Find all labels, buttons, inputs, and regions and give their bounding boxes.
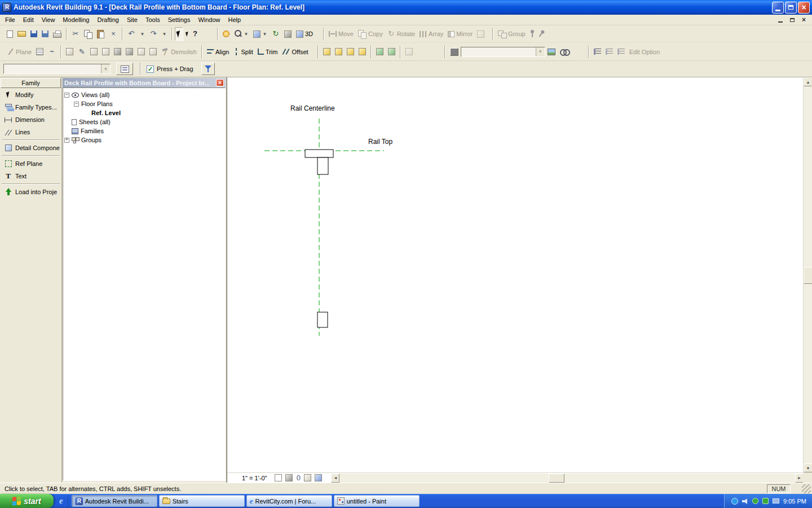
collapse-icon[interactable] <box>74 102 79 107</box>
undo-dropdown[interactable]: ▼ <box>138 27 147 41</box>
pin-button[interactable] <box>528 27 537 41</box>
filter-button[interactable] <box>201 63 215 75</box>
undo-button[interactable]: ↶ <box>125 27 138 41</box>
paint-tool-button[interactable] <box>403 45 415 59</box>
press-drag-checkbox[interactable] <box>147 65 154 73</box>
split-face-button[interactable] <box>386 45 398 59</box>
join-geometry-button[interactable] <box>88 45 100 59</box>
mdi-close-button[interactable] <box>799 16 809 24</box>
wall-joins-button[interactable] <box>321 45 333 59</box>
line-color-button[interactable] <box>448 45 461 59</box>
attach-button[interactable] <box>112 45 123 59</box>
scroll-right-button[interactable]: ► <box>795 474 804 483</box>
family-tool-dimension[interactable]: Dimension <box>0 113 61 126</box>
restore-button[interactable] <box>785 2 797 14</box>
pick-tool-button[interactable] <box>64 45 76 59</box>
align-button[interactable]: Align <box>205 45 231 59</box>
horizontal-scrollbar[interactable]: ◄ ► <box>331 474 804 483</box>
task-button-revit[interactable]: Autodesk Revit Buildi... <box>72 495 157 507</box>
scroll-up-button[interactable]: ▲ <box>804 77 812 86</box>
menu-file[interactable]: File <box>1 15 19 24</box>
zoom-button[interactable]: ▼ <box>232 27 251 41</box>
group-button[interactable]: Group <box>496 27 528 41</box>
save-button[interactable] <box>28 27 39 41</box>
combo-dropdown-button[interactable]: ▼ <box>536 47 545 56</box>
line-style-combobox[interactable]: ▼ <box>461 47 545 57</box>
menu-edit[interactable]: Edit <box>19 15 38 24</box>
redo-dropdown[interactable]: ▼ <box>160 27 169 41</box>
work-plane-button[interactable]: Plane <box>5 45 34 59</box>
family-tool-modify[interactable]: Modify <box>0 89 61 101</box>
mirror-button[interactable]: Mirror <box>445 27 475 41</box>
type-selector-dropdown[interactable]: ▼ <box>101 64 110 73</box>
scroll-down-button[interactable]: ▼ <box>804 463 812 472</box>
crop-region-icon[interactable] <box>304 474 311 481</box>
tree-item-ref-level[interactable]: Ref. Level <box>64 108 224 117</box>
detach-button[interactable] <box>123 45 135 59</box>
drawing-surface[interactable]: Rail Centerline Rail Top <box>227 77 804 472</box>
rail-cap-profile-rect[interactable] <box>305 150 333 157</box>
redo-button[interactable]: ↷ <box>147 27 160 41</box>
family-tab-header[interactable]: Family <box>1 78 61 88</box>
link-button[interactable] <box>558 45 571 59</box>
close-button[interactable] <box>798 2 810 14</box>
move-button[interactable]: Move <box>326 27 356 41</box>
family-tool-load-into-project[interactable]: Load into Proje <box>0 186 61 198</box>
bottom-board-profile-rect[interactable] <box>317 312 328 327</box>
menu-help[interactable]: Help <box>224 15 245 24</box>
family-tool-text[interactable]: Text <box>0 170 61 182</box>
menu-tools[interactable]: Tools <box>142 15 164 24</box>
expand-icon[interactable] <box>64 138 69 143</box>
new-file-button[interactable] <box>5 27 15 41</box>
tree-item-floor-plans[interactable]: Floor Plans <box>64 99 224 108</box>
properties-button[interactable] <box>116 63 133 75</box>
tree-item-views[interactable]: Views (all) <box>64 90 224 99</box>
open-button[interactable] <box>15 27 28 41</box>
task-button-paint[interactable]: untitled - Paint <box>334 495 420 507</box>
shading-button[interactable] <box>282 27 294 41</box>
menu-view[interactable]: View <box>38 15 59 24</box>
match-type-button[interactable] <box>374 45 386 59</box>
save-all-button[interactable] <box>39 27 51 41</box>
minimize-button[interactable] <box>772 2 784 14</box>
resize-button[interactable] <box>475 27 487 41</box>
rendering-button[interactable] <box>220 27 232 41</box>
shadows-icon[interactable]: 0 <box>296 474 301 483</box>
mdi-restore-button[interactable] <box>787 16 797 24</box>
view-window-button[interactable]: ▼ <box>251 27 270 41</box>
paste-group-button[interactable] <box>356 45 368 59</box>
add-to-set-button[interactable] <box>603 45 615 59</box>
3d-view-button[interactable]: 3D <box>294 27 315 41</box>
task-button-stairs-folder[interactable]: Stairs <box>159 495 245 507</box>
rail-stem-profile-rect[interactable] <box>317 157 328 174</box>
menu-drafting[interactable]: Drafting <box>93 15 123 24</box>
region-button[interactable] <box>545 45 558 59</box>
antivirus-tray-icon[interactable] <box>752 498 758 504</box>
model-graphics-style-icon[interactable] <box>285 474 293 481</box>
vertical-scroll-thumb[interactable] <box>804 267 812 284</box>
volume-tray-icon[interactable] <box>742 498 748 504</box>
horizontal-scroll-thumb[interactable] <box>549 474 564 483</box>
print-button[interactable] <box>51 27 64 41</box>
sketch-button[interactable]: ✎ <box>76 45 88 59</box>
display-tray-icon[interactable] <box>773 498 779 503</box>
rotate-button[interactable]: ↻Rotate <box>385 27 417 41</box>
family-tool-family-types[interactable]: Family Types... <box>0 101 61 113</box>
scroll-left-button[interactable]: ◄ <box>331 474 339 483</box>
cut-button[interactable]: ✂ <box>69 27 82 41</box>
modify-select-button[interactable] <box>175 27 183 41</box>
family-tool-detail-component[interactable]: Detail Compone <box>0 142 61 154</box>
dynamic-view-button[interactable]: ↻ <box>270 27 282 41</box>
messenger-tray-icon[interactable] <box>762 498 769 504</box>
paste-button[interactable] <box>95 27 107 41</box>
internet-explorer-icon[interactable] <box>59 496 63 506</box>
copy-to-clipboard-button[interactable] <box>82 27 95 41</box>
taskbar-clock[interactable]: 9:05 PM <box>783 498 806 505</box>
menu-site[interactable]: Site <box>123 15 142 24</box>
menu-settings[interactable]: Settings <box>164 15 195 24</box>
demolish-button[interactable]: Demolish <box>159 45 199 59</box>
offset-button[interactable]: Offset <box>280 45 310 59</box>
menu-modelling[interactable]: Modelling <box>59 15 93 24</box>
design-options-button[interactable] <box>592 45 603 59</box>
start-button[interactable]: start <box>0 494 54 508</box>
